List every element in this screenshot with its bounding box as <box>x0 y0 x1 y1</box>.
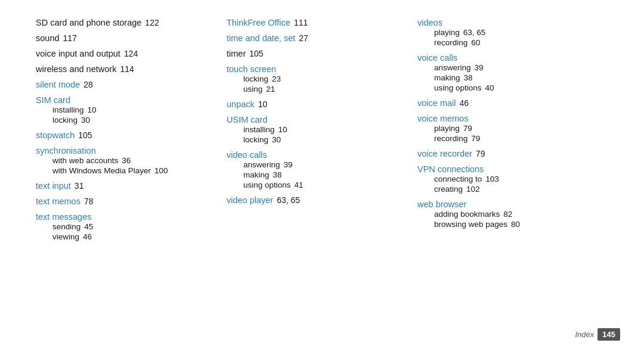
entry-title-touch-screen: touch screen <box>227 64 276 74</box>
sub-entry-synchronisation-0: with web accounts36 <box>52 156 215 165</box>
entry-number-timer: 105 <box>249 49 263 58</box>
sub-entries-voice-memos: playing79recording79 <box>417 124 596 143</box>
entry-title-video-calls: video calls <box>227 150 267 160</box>
sub-entry-sim-card-0: installing10 <box>52 105 215 114</box>
sub-entry-voice-calls-2: using options40 <box>434 83 596 92</box>
sub-entry-videos-1: recording60 <box>434 38 596 47</box>
entry-number-text-input: 31 <box>75 181 84 191</box>
entry-title-synchronisation: synchronisation <box>36 146 96 155</box>
sub-label-sim-card-0: installing <box>52 105 84 114</box>
entry-header-timer: timer105 <box>227 49 405 58</box>
entry-number-time-date: 27 <box>299 33 308 43</box>
entry-number-voice-mail: 46 <box>459 98 469 108</box>
sub-label-voice-memos-0: playing <box>434 124 460 133</box>
sub-number-touch-screen-1: 21 <box>266 85 275 94</box>
entry-usim-card: USIM cardinstalling10locking30 <box>227 115 405 144</box>
entry-voice-calls: voice callsanswering39making38using opti… <box>417 53 596 92</box>
sub-label-vpn-connections-0: connecting to <box>434 174 482 183</box>
entry-synchronisation: synchronisationwith web accounts36with W… <box>36 146 215 175</box>
entry-number-stopwatch: 105 <box>78 130 92 140</box>
entry-header-usim-card: USIM card <box>227 115 405 124</box>
entry-video-calls: video callsanswering39making38using opti… <box>227 150 405 189</box>
sub-label-videos-1: recording <box>434 38 467 47</box>
entry-title-video-player: video player <box>227 195 273 205</box>
sub-entries-usim-card: installing10locking30 <box>227 125 405 144</box>
entry-title-time-date: time and date, set <box>227 33 295 43</box>
entry-title-text-memos: text memos <box>36 197 80 206</box>
entry-title-usim-card: USIM card <box>227 115 268 124</box>
sub-entry-text-messages-1: viewing46 <box>52 232 215 241</box>
entry-title-text-input: text input <box>36 181 71 191</box>
entry-number-voice-input-output: 124 <box>124 49 138 58</box>
entry-silent-mode: silent mode28 <box>36 80 215 89</box>
sub-entry-vpn-connections-1: creating102 <box>434 185 596 194</box>
entry-title-thinkfree-office: ThinkFree Office <box>227 18 290 27</box>
entry-header-silent-mode: silent mode28 <box>36 80 215 89</box>
sub-label-voice-calls-1: making <box>434 73 460 82</box>
entry-sim-card: SIM cardinstalling10locking30 <box>36 95 215 124</box>
column-col3: videosplaying63, 65recording60voice call… <box>417 18 608 337</box>
entry-voice-input-output: voice input and output124 <box>36 49 215 58</box>
sub-number-voice-calls-0: 39 <box>475 63 484 72</box>
entry-vpn-connections: VPN connectionsconnecting to103creating1… <box>417 164 596 194</box>
entry-header-thinkfree-office: ThinkFree Office111 <box>227 18 405 27</box>
sub-number-touch-screen-0: 23 <box>272 74 281 83</box>
entry-stopwatch: stopwatch105 <box>36 130 215 140</box>
entry-web-browser: web browseradding bookmarks82browsing we… <box>417 200 596 229</box>
entry-header-voice-mail: voice mail46 <box>417 98 596 108</box>
sub-label-text-messages-1: viewing <box>52 232 79 241</box>
entry-wireless-network: wireless and network114 <box>36 64 215 74</box>
sub-entries-sim-card: installing10locking30 <box>36 105 215 124</box>
entry-header-stopwatch: stopwatch105 <box>36 130 215 140</box>
entry-thinkfree-office: ThinkFree Office111 <box>227 18 405 27</box>
entry-number-silent-mode: 28 <box>83 80 93 89</box>
sub-label-touch-screen-1: using <box>243 85 262 94</box>
entry-title-stopwatch: stopwatch <box>36 130 75 140</box>
entry-title-timer: timer <box>227 49 246 58</box>
sub-label-touch-screen-0: locking <box>243 74 268 83</box>
entry-timer: timer105 <box>227 49 405 58</box>
entry-header-text-memos: text memos78 <box>36 197 215 206</box>
sub-label-video-calls-1: making <box>243 170 270 179</box>
sub-number-video-calls-0: 39 <box>284 160 293 169</box>
entry-voice-mail: voice mail46 <box>417 98 596 108</box>
sub-label-text-messages-0: sending <box>52 222 80 231</box>
column-col2: ThinkFree Office111time and date, set27t… <box>227 18 417 337</box>
entry-title-voice-calls: voice calls <box>417 53 457 63</box>
sub-entry-web-browser-1: browsing web pages80 <box>434 220 596 229</box>
entry-header-voice-recorder: voice recorder79 <box>417 149 596 158</box>
sub-number-voice-memos-0: 79 <box>463 124 472 133</box>
entry-voice-memos: voice memosplaying79recording79 <box>417 114 596 143</box>
entry-header-time-date: time and date, set27 <box>227 33 405 43</box>
entry-videos: videosplaying63, 65recording60 <box>417 18 596 47</box>
sub-entry-voice-calls-1: making38 <box>434 73 596 82</box>
sub-number-usim-card-0: 10 <box>278 125 287 134</box>
sub-number-text-messages-1: 46 <box>83 232 92 241</box>
entry-time-date: time and date, set27 <box>227 33 405 43</box>
sub-label-synchronisation-0: with web accounts <box>52 156 118 165</box>
entry-number-thinkfree-office: 111 <box>294 18 308 27</box>
sub-label-videos-0: playing <box>434 28 460 37</box>
entry-header-sd-card: SD card and phone storage122 <box>36 18 215 27</box>
sub-number-sim-card-0: 10 <box>88 105 97 114</box>
sub-entry-video-calls-2: using options41 <box>243 180 405 189</box>
sub-number-web-browser-0: 82 <box>503 210 512 219</box>
entry-text-messages: text messagessending45viewing46 <box>36 212 215 241</box>
sub-number-videos-1: 60 <box>471 38 480 47</box>
sub-number-synchronisation-0: 36 <box>122 156 131 165</box>
sub-label-synchronisation-1: with Windows Media Player <box>52 166 151 175</box>
entry-voice-recorder: voice recorder79 <box>417 149 596 158</box>
entry-unpack: unpack10 <box>227 99 405 109</box>
entry-title-voice-recorder: voice recorder <box>417 149 472 158</box>
entry-header-sim-card: SIM card <box>36 95 215 105</box>
sub-entry-vpn-connections-0: connecting to103 <box>434 174 596 183</box>
entry-header-unpack: unpack10 <box>227 99 405 109</box>
entry-title-unpack: unpack <box>227 99 255 109</box>
entry-header-web-browser: web browser <box>417 200 596 209</box>
sub-number-voice-memos-1: 79 <box>471 134 480 143</box>
sub-label-vpn-connections-1: creating <box>434 185 463 194</box>
sub-label-video-calls-2: using options <box>243 180 291 189</box>
sub-entry-videos-0: playing63, 65 <box>434 28 596 37</box>
sub-entry-usim-card-1: locking30 <box>243 135 405 144</box>
sub-number-text-messages-0: 45 <box>84 222 93 231</box>
